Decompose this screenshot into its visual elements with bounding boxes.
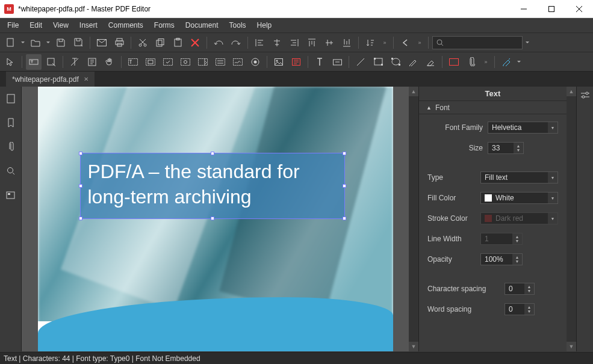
tab-document[interactable]: *whitepaper-pdfa.pdf ✕: [6, 72, 95, 87]
signature-field-tool[interactable]: [230, 54, 246, 70]
prev-page-button[interactable]: [397, 35, 413, 51]
highlighter-pen-tool[interactable]: [498, 54, 514, 70]
nav-overflow[interactable]: »: [415, 35, 424, 51]
save-button[interactable]: [53, 35, 69, 51]
fill-color-select[interactable]: White▼: [480, 192, 558, 204]
opacity-label: Opacity: [427, 255, 476, 264]
menu-forms[interactable]: Forms: [149, 20, 179, 31]
attachments-panel-button[interactable]: [2, 138, 19, 155]
undo-button[interactable]: [211, 35, 226, 51]
window-title: *whitepaper-pdfa.pdf - Master PDF Editor: [18, 5, 151, 13]
select-text-tool[interactable]: [67, 54, 82, 70]
radio-field-tool[interactable]: [178, 54, 193, 70]
edit-forms-tool[interactable]: [43, 54, 59, 70]
menu-file[interactable]: File: [2, 20, 23, 31]
align-left-button[interactable]: [252, 35, 267, 51]
menu-edit[interactable]: Edit: [25, 20, 47, 31]
svg-rect-36: [399, 64, 400, 66]
combobox-field-tool[interactable]: [195, 54, 211, 70]
pointer-tool[interactable]: [2, 54, 18, 70]
line-width-input[interactable]: 1: [480, 233, 523, 245]
sort-button[interactable]: [362, 35, 378, 51]
panel-scrollbar[interactable]: ▲▼: [567, 87, 576, 351]
font-size-input[interactable]: 33: [488, 142, 524, 154]
bookmarks-panel-button[interactable]: [2, 114, 19, 131]
minimize-button[interactable]: [510, 0, 538, 18]
menu-view[interactable]: View: [48, 20, 73, 31]
ellipse-tool[interactable]: [388, 54, 403, 70]
insert-text-tool[interactable]: [312, 54, 328, 70]
print-button[interactable]: [111, 35, 127, 51]
opacity-input[interactable]: 100%: [480, 253, 523, 265]
email-button[interactable]: [94, 35, 110, 51]
new-file-button[interactable]: [2, 35, 18, 51]
new-dropdown[interactable]: [20, 35, 26, 51]
rect-tool[interactable]: [288, 54, 304, 70]
button-field-tool[interactable]: [143, 54, 158, 70]
redo-button[interactable]: [228, 35, 244, 51]
hand-tool[interactable]: [102, 54, 117, 70]
toolbar2-overflow[interactable]: »: [481, 54, 491, 70]
svg-rect-35: [391, 58, 393, 60]
link-tool[interactable]: [329, 54, 345, 70]
save-as-button[interactable]: [70, 35, 86, 51]
copy-button[interactable]: [152, 35, 168, 51]
svg-point-12: [437, 40, 442, 45]
open-file-button[interactable]: [28, 35, 43, 51]
close-button[interactable]: [565, 0, 593, 18]
document-viewport[interactable]: PDF/A – the standard for long-term archi…: [22, 87, 409, 351]
font-family-select[interactable]: Helvetica▼: [488, 122, 558, 134]
search-dropdown[interactable]: [524, 35, 530, 51]
attach-tool[interactable]: [464, 54, 479, 70]
svg-rect-16: [129, 58, 138, 65]
svg-rect-38: [7, 94, 14, 103]
highlight-tool[interactable]: [446, 54, 462, 70]
char-spacing-input[interactable]: 0: [505, 283, 535, 295]
image-tool[interactable]: [271, 54, 287, 70]
selected-text-box[interactable]: PDF/A – the standard for long-term archi…: [80, 153, 345, 219]
menu-tools[interactable]: Tools: [225, 20, 251, 31]
align-bottom-button[interactable]: [339, 35, 355, 51]
svg-rect-4: [116, 41, 123, 45]
toolbar1-overflow[interactable]: »: [380, 35, 390, 51]
line-tool[interactable]: [353, 54, 368, 70]
menu-insert[interactable]: Insert: [75, 20, 102, 31]
text-field-tool[interactable]: [125, 54, 141, 70]
svg-rect-17: [146, 58, 155, 65]
search-field[interactable]: [432, 36, 523, 49]
cut-button[interactable]: [135, 35, 151, 51]
align-right-button[interactable]: [287, 35, 302, 51]
maximize-button[interactable]: [538, 0, 565, 18]
search-panel-button[interactable]: [2, 162, 19, 179]
viewport-scrollbar[interactable]: ▲▼: [409, 87, 418, 351]
svg-rect-32: [374, 58, 376, 60]
delete-button[interactable]: [187, 35, 203, 51]
stroke-color-select[interactable]: Dark red▼: [480, 212, 558, 224]
thumbnails-panel-button[interactable]: [2, 90, 19, 107]
radio-tool[interactable]: [247, 54, 263, 70]
pencil-tool[interactable]: [405, 54, 421, 70]
edit-text-tool[interactable]: [26, 54, 42, 70]
align-center-h-button[interactable]: [269, 35, 285, 51]
checkbox-field-tool[interactable]: [160, 54, 176, 70]
font-section-header[interactable]: ▲Font: [419, 101, 567, 114]
menu-document[interactable]: Document: [181, 20, 223, 31]
svg-point-6: [139, 44, 141, 46]
align-center-v-button[interactable]: [321, 35, 337, 51]
tab-close-button[interactable]: ✕: [84, 76, 88, 82]
highlighter-dropdown[interactable]: [516, 54, 522, 70]
settings-slider-icon[interactable]: [579, 89, 591, 101]
menu-comments[interactable]: Comments: [104, 20, 148, 31]
rectangle-tool[interactable]: [370, 54, 386, 70]
listbox-field-tool[interactable]: [213, 54, 228, 70]
paste-button[interactable]: [170, 35, 185, 51]
word-spacing-input[interactable]: 0: [505, 303, 535, 315]
menu-help[interactable]: Help: [252, 20, 277, 31]
type-select[interactable]: Fill text▼: [480, 171, 558, 184]
eraser-tool[interactable]: [423, 54, 438, 70]
align-top-button[interactable]: [304, 35, 320, 51]
statusbar: Text | Characters: 44 | Font type: Type0…: [0, 352, 593, 364]
edit-document-tool[interactable]: [84, 54, 100, 70]
open-dropdown[interactable]: [45, 35, 51, 51]
layers-panel-button[interactable]: [2, 187, 19, 203]
